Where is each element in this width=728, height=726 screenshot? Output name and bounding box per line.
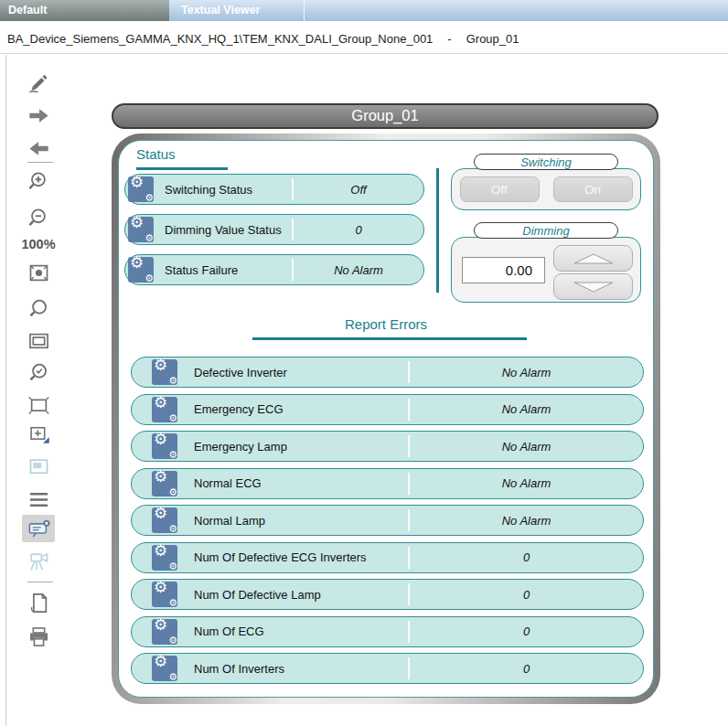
row-label: Num Of ECG [194,625,264,638]
breadcrumb-path: BA_Device_Siemens_GAMMA_KNX_HQ_1\TEM_KNX… [7,32,433,46]
report-row: ⚙⚙ Emergency Lamp No Alarm [131,431,644,462]
toolbar-divider [27,162,53,163]
selection-rect-icon[interactable] [25,391,52,419]
gear-icon[interactable]: ⚙⚙ [152,471,177,496]
status-underline [136,167,228,170]
main-panel: Status ⚙⚙ Switching Status Off ⚙⚙ Dimmin… [112,133,660,704]
report-errors-heading: Report Errors [119,316,653,332]
report-row: ⚙⚙ Num Of Inverters 0 [131,653,644,684]
arrow-left-icon[interactable] [25,134,52,162]
tab-separator [304,0,305,21]
page-icon[interactable] [25,589,52,616]
arrow-right-icon[interactable] [25,101,52,129]
report-errors-underline [252,337,527,340]
report-error-rows: ⚙⚙ Defective Inverter No Alarm ⚙⚙ Emerge… [131,357,644,684]
camera-icon[interactable] [25,547,52,574]
gear-icon[interactable]: ⚙⚙ [152,433,177,459]
pen-icon[interactable] [25,68,52,95]
zoom-check-icon[interactable] [25,359,52,387]
row-label: Num Of Inverters [194,662,284,676]
print-icon[interactable] [25,623,52,650]
report-row: ⚙⚙ Normal ECG No Alarm [131,468,644,499]
layers-icon[interactable] [25,486,52,513]
on-button[interactable]: On [553,176,633,202]
row-label: Defective Inverter [194,366,287,379]
preview-frame-icon[interactable] [25,453,52,480]
report-row: ⚙⚙ Num Of ECG 0 [131,616,644,647]
report-row: ⚙⚙ Emergency ECG No Alarm [131,394,644,425]
panel-content: Status ⚙⚙ Switching Status Off ⚙⚙ Dimmin… [118,140,654,698]
application-window: Default Textual Viewer BA_Device_Siemens… [0,0,728,726]
status-row: ⚙⚙ Status Failure No Alarm [124,254,424,285]
dimming-up-button[interactable] [553,245,633,272]
row-value: No Alarm [410,440,643,454]
report-row: ⚙⚙ Normal Lamp No Alarm [131,505,644,536]
search-icon[interactable] [25,295,52,323]
zoom-fit-dot-icon[interactable] [25,259,52,286]
tab-bar: Default Textual Viewer [0,0,728,21]
status-row: ⚙⚙ Switching Status Off [124,174,424,205]
row-value: Off [294,183,423,197]
row-value: No Alarm [294,263,423,277]
breadcrumb-separator: - [447,32,451,46]
row-value: 0 [410,550,643,564]
tooltip-icon[interactable] [22,515,55,542]
crosshair-icon[interactable] [25,420,52,447]
gear-icon[interactable]: ⚙⚙ [128,176,154,202]
breadcrumb: BA_Device_Siemens_GAMMA_KNX_HQ_1\TEM_KNX… [0,21,728,54]
down-triangle-icon [570,280,617,294]
dimming-group [451,237,641,303]
dimming-value-input[interactable] [462,257,545,283]
row-label: Emergency ECG [194,402,284,416]
row-label: Normal Lamp [194,514,265,528]
gear-icon[interactable]: ⚙⚙ [152,656,177,681]
row-value: No Alarm [410,514,643,528]
row-label: Switching Status [165,183,252,197]
zoom-level-label[interactable]: 100% [16,237,60,251]
up-triangle-icon [570,251,617,266]
gear-icon[interactable]: ⚙⚙ [128,257,154,283]
gear-icon[interactable]: ⚙⚙ [152,619,177,645]
status-rows: ⚙⚙ Switching Status Off ⚙⚙ Dimming Value… [124,174,424,294]
gear-icon[interactable]: ⚙⚙ [152,582,177,607]
sidebar-border [5,55,6,726]
dimming-group-label: Dimming [474,222,618,239]
report-row: ⚙⚙ Num Of Defective Lamp 0 [131,579,644,610]
row-value: 0 [410,625,643,638]
tab-default[interactable]: Default [0,0,169,21]
status-row: ⚙⚙ Dimming Value Status 0 [124,214,424,245]
switching-group: Off On [451,168,641,210]
dimming-down-button[interactable] [553,273,633,300]
row-label: Normal ECG [194,476,262,490]
report-row: ⚙⚙ Defective Inverter No Alarm [131,357,644,388]
gear-icon[interactable]: ⚙⚙ [152,359,177,385]
row-value: No Alarm [410,402,643,416]
zoom-out-icon[interactable] [25,204,52,231]
switching-group-label: Switching [474,154,618,170]
row-value: No Alarm [410,476,643,490]
status-heading: Status [136,146,176,162]
row-label: Emergency Lamp [194,440,287,454]
gear-icon[interactable]: ⚙⚙ [152,397,177,422]
zoom-in-icon[interactable] [25,167,52,195]
row-value: 0 [410,588,643,602]
breadcrumb-page: Group_01 [466,32,519,46]
vertical-divider [436,168,439,293]
group-title-bar: Group_01 [112,103,658,129]
row-value: 0 [410,662,643,676]
tab-textual-viewer[interactable]: Textual Viewer [169,0,304,21]
gear-icon[interactable]: ⚙⚙ [128,217,154,242]
gear-icon[interactable]: ⚙⚙ [152,545,177,571]
row-value: 0 [294,223,423,237]
row-label: Num Of Defective ECG Inverters [194,550,367,564]
row-value: No Alarm [410,366,643,379]
report-row: ⚙⚙ Num Of Defective ECG Inverters 0 [131,542,644,573]
fit-frame-icon[interactable] [25,327,52,355]
row-label: Dimming Value Status [165,223,282,237]
row-label: Status Failure [165,263,238,277]
off-button[interactable]: Off [460,176,540,202]
toolbar-divider [27,582,53,582]
row-label: Num Of Defective Lamp [194,588,321,602]
gear-icon[interactable]: ⚙⚙ [152,507,177,533]
